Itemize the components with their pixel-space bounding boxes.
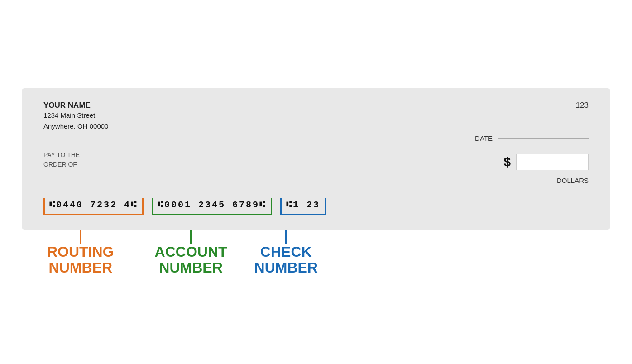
check-name: YOUR NAME [43, 101, 108, 110]
check-name-block: YOUR NAME 1234 Main Street Anywhere, OH … [43, 101, 108, 132]
check-top-row: YOUR NAME 1234 Main Street Anywhere, OH … [43, 101, 589, 132]
routing-connector [80, 230, 81, 244]
check-micr-bracket: ⑆1 23 [280, 198, 326, 215]
routing-micr-text: ⑆0440 7232 4⑆ [49, 200, 138, 210]
account-group: ⑆0001 2345 6789⑆ [152, 198, 272, 215]
check-num-group: ⑆1 23 [280, 198, 326, 215]
routing-group: ⑆0440 7232 4⑆ [43, 198, 144, 215]
dollars-row: DOLLARS [43, 177, 589, 185]
account-micr-bracket: ⑆0001 2345 6789⑆ [152, 198, 272, 215]
check-number-label: CHECK NUMBER [254, 244, 318, 276]
micr-groups-row: ⑆0440 7232 4⑆ ⑆0001 2345 6789⑆ ⑆1 23 [43, 198, 589, 215]
date-row: DATE [43, 134, 589, 142]
dollars-label: DOLLARS [557, 177, 589, 185]
check-label-block: CHECK NUMBER [254, 230, 318, 276]
check-micr-text: ⑆1 23 [286, 200, 320, 210]
payto-row: PAY TO THEORDER OF $ [43, 150, 589, 170]
dollar-sign: $ [503, 155, 511, 169]
dollars-line [43, 183, 551, 183]
date-line [498, 138, 589, 139]
check-address-line1: 1234 Main Street [43, 110, 108, 121]
payto-line [85, 169, 498, 169]
account-label-block: ACCOUNT NUMBER [155, 230, 227, 276]
check-number: 123 [576, 101, 589, 110]
account-micr-text: ⑆0001 2345 6789⑆ [158, 200, 266, 210]
account-connector [190, 230, 192, 244]
routing-label: ROUTING NUMBER [47, 244, 114, 276]
bottom-labels-row: ROUTING NUMBER ACCOUNT NUMBER CHECK NUMB… [22, 230, 610, 276]
payto-label: PAY TO THEORDER OF [43, 150, 80, 170]
date-label: DATE [475, 134, 493, 142]
routing-label-block: ROUTING NUMBER [47, 230, 114, 276]
check-body: YOUR NAME 1234 Main Street Anywhere, OH … [22, 88, 610, 230]
routing-micr-bracket: ⑆0440 7232 4⑆ [43, 198, 144, 215]
account-label: ACCOUNT NUMBER [155, 244, 227, 276]
check-connector [285, 230, 287, 244]
check-address-line2: Anywhere, OH 00000 [43, 121, 108, 132]
amount-box [516, 154, 589, 170]
